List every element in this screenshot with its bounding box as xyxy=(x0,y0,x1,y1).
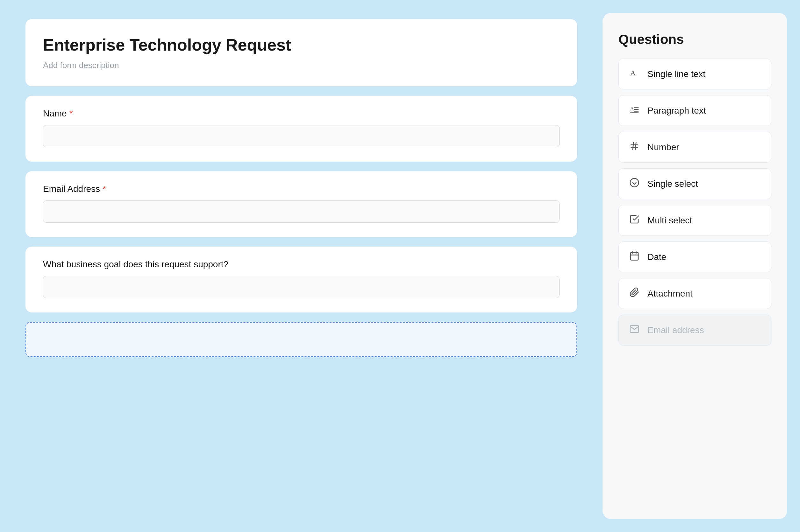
date-icon xyxy=(628,251,640,263)
business-goal-input[interactable] xyxy=(43,276,560,298)
business-goal-field-label: What business goal does this request sup… xyxy=(43,259,560,269)
question-item-email-address: Email address xyxy=(618,315,771,345)
paragraph-text-label: Paragraph text xyxy=(648,106,706,116)
left-panel: Enterprise Technology Request Add form d… xyxy=(0,0,603,532)
multi-select-icon xyxy=(628,214,640,227)
question-item-single-select[interactable]: Single select xyxy=(618,168,771,199)
business-goal-field-card: What business goal does this request sup… xyxy=(25,247,577,312)
name-required-star: * xyxy=(69,109,73,119)
svg-line-9 xyxy=(635,142,636,150)
question-item-single-line-text[interactable]: ASingle line text xyxy=(618,59,771,90)
email-address-label: Email address xyxy=(648,325,704,335)
number-label: Number xyxy=(648,142,679,152)
single-select-icon xyxy=(628,177,640,190)
single-select-label: Single select xyxy=(648,179,698,189)
number-icon xyxy=(628,141,640,153)
single-line-text-icon: A xyxy=(628,68,640,80)
question-item-paragraph-text[interactable]: A Paragraph text xyxy=(618,95,771,126)
attachment-label: Attachment xyxy=(648,289,693,299)
svg-rect-11 xyxy=(631,252,638,260)
attachment-icon xyxy=(628,287,640,300)
name-field-card: Name * xyxy=(25,96,577,162)
name-field-label: Name * xyxy=(43,109,560,119)
email-address-icon xyxy=(628,324,640,336)
email-field-card: Email Address * xyxy=(25,171,577,237)
email-input[interactable] xyxy=(43,201,560,223)
question-item-number[interactable]: Number xyxy=(618,132,771,163)
email-field-label: Email Address * xyxy=(43,184,560,194)
form-header-card: Enterprise Technology Request Add form d… xyxy=(25,19,577,86)
email-required-star: * xyxy=(103,184,106,194)
form-description: Add form description xyxy=(43,60,560,70)
question-item-multi-select[interactable]: Multi select xyxy=(618,205,771,236)
paragraph-text-icon: A xyxy=(628,104,640,117)
questions-list: ASingle line text A Paragraph text Numbe… xyxy=(618,59,771,351)
svg-text:A: A xyxy=(630,69,636,77)
multi-select-label: Multi select xyxy=(648,215,692,226)
name-input[interactable] xyxy=(43,125,560,147)
question-item-date[interactable]: Date xyxy=(618,242,771,272)
question-item-attachment[interactable]: Attachment xyxy=(618,278,771,309)
right-panel: Questions ASingle line text A Paragraph … xyxy=(603,13,787,519)
form-title: Enterprise Technology Request xyxy=(43,35,560,55)
questions-title: Questions xyxy=(618,32,771,47)
svg-point-10 xyxy=(630,178,639,187)
svg-line-8 xyxy=(633,142,634,150)
single-line-text-label: Single line text xyxy=(648,69,705,79)
svg-text:A: A xyxy=(630,106,634,111)
drop-zone[interactable] xyxy=(25,322,577,357)
date-label: Date xyxy=(648,252,666,262)
